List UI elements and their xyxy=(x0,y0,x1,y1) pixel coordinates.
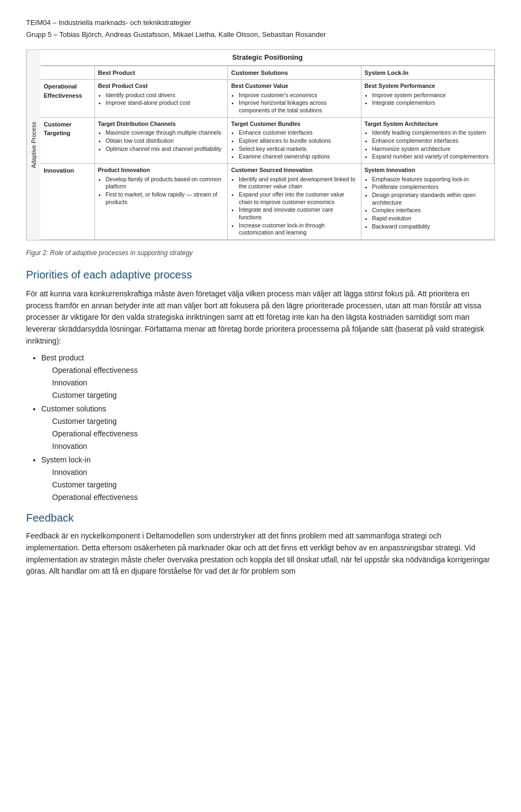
cell-inn-best: Product Innovation Develop family of pro… xyxy=(95,164,228,240)
cell-bullet: Increase customer lock-in through custom… xyxy=(239,222,358,237)
cell-bullet: Explore alliances to bundle solutions xyxy=(239,137,358,145)
table-title: Strategic Positioning xyxy=(41,50,495,66)
sub-list-best-product: Operational effectiveness Innovation Cus… xyxy=(52,365,495,401)
cell-bullet: Identify leading complementors in the sy… xyxy=(372,129,491,137)
priorities-heading: Priorities of each adaptive process xyxy=(26,267,495,283)
feedback-section: Feedback Feedback är en nyckelkomponent … xyxy=(26,510,495,578)
cell-title: Target Customer Bundles xyxy=(231,120,358,129)
sub-list-item: Innovation xyxy=(52,467,495,478)
cell-bullet: Integrate and innovate customer care fun… xyxy=(239,206,358,221)
cell-ct-system: Target System Architecture Identify lead… xyxy=(361,118,495,164)
cell-bullet: First to market, or follow rapidly — str… xyxy=(106,191,225,206)
row-header-innovation: Innovation xyxy=(41,164,95,240)
row-header-op-effectiveness: OperationalEffectiveness xyxy=(41,80,95,118)
list-item-label: System lock-in xyxy=(41,455,91,464)
col-header-best-product: Best Product xyxy=(95,66,228,80)
cell-bullet: Identify and exploit joint development l… xyxy=(239,176,358,191)
sub-list-item: Innovation xyxy=(52,377,495,389)
cell-bullet: Expand number and variety of complemento… xyxy=(372,153,491,161)
cell-bullet: Improve stand-alone product cost xyxy=(106,99,225,107)
list-item-label: Customer solutions xyxy=(41,404,106,413)
col-header-customer-solutions: Customer Solutions xyxy=(228,66,361,80)
list-item-customer-solutions: Customer solutions Customer targeting Op… xyxy=(41,403,495,452)
cell-op-best: Best Product Cost Identify product cost … xyxy=(95,80,228,118)
cell-bullet: Improve system performance xyxy=(372,92,491,99)
cell-title: Customer Sourced Innovation xyxy=(231,166,358,175)
col-header-empty xyxy=(41,66,95,80)
cell-bullet: Enhance customer interfaces xyxy=(239,129,358,137)
list-item-best-product: Best product Operational effectiveness I… xyxy=(41,352,495,401)
cell-inn-customer: Customer Sourced Innovation Identify and… xyxy=(228,164,361,240)
cell-title: Best System Performance xyxy=(365,82,491,91)
header-subtitle: Grupp 5 – Tobias Björch, Andreas Gustafs… xyxy=(26,29,495,40)
cell-op-system: Best System Performance Improve system p… xyxy=(361,80,495,118)
cell-bullet: Optimize channel mix and channel profita… xyxy=(106,145,225,153)
sub-list-item: Customer targeting xyxy=(52,479,495,491)
sub-list-item: Customer targeting xyxy=(52,416,495,427)
cell-ct-best: Target Distribution Channels Maximize co… xyxy=(95,118,228,164)
cell-bullet: Harmonize system architecture xyxy=(372,145,491,153)
strategic-table: Adaptive Process Strategic Positioning B… xyxy=(26,49,495,240)
cell-title: Target Distribution Channels xyxy=(98,120,225,129)
sub-list-item: Innovation xyxy=(52,441,495,452)
table-section: Adaptive Process Strategic Positioning B… xyxy=(26,49,495,240)
sub-list-item: Operational effectiveness xyxy=(52,428,495,440)
cell-bullet: Proliferate complementors xyxy=(372,183,492,191)
adaptive-process-label: Adaptive Process xyxy=(27,50,41,240)
cell-bullet: Complex interfaces xyxy=(372,207,492,214)
list-item-label: Best product xyxy=(41,353,84,362)
cell-bullet: Develop family of products based on comm… xyxy=(106,176,225,191)
cell-bullet: Integrate complementors xyxy=(372,99,491,107)
table-grid: Best Product Customer Solutions System L… xyxy=(41,66,495,240)
cell-bullet: Improve horizontal linkages across compo… xyxy=(239,99,358,114)
header: TEIM04 – Industriella marknads- och tekn… xyxy=(26,17,495,40)
priorities-list: Best product Operational effectiveness I… xyxy=(41,352,495,503)
cell-bullet: Obtain low cost distribution xyxy=(106,137,225,145)
cell-bullet: Expand your offer into the customer valu… xyxy=(239,191,358,206)
list-item-system-lockin: System lock-in Innovation Customer targe… xyxy=(41,454,495,503)
cell-title: Product Innovation xyxy=(98,166,225,175)
feedback-heading: Feedback xyxy=(26,510,495,526)
header-title: TEIM04 – Industriella marknads- och tekn… xyxy=(26,17,495,28)
priorities-paragraph1: För att kunna vara konkurrenskraftiga må… xyxy=(26,288,495,347)
row-header-customer-targeting: CustomerTargeting xyxy=(41,118,95,164)
table-inner: Strategic Positioning Best Product Custo… xyxy=(41,50,495,240)
cell-bullet: Select key vertical markets xyxy=(239,145,358,153)
cell-bullet: Backward compatibility xyxy=(372,223,492,231)
cell-bullet: Examine channel ownership options xyxy=(239,153,358,161)
fig-caption: Figur 2: Role of adaptive processes in s… xyxy=(26,248,495,258)
cell-title: Target System Architecture xyxy=(365,120,491,129)
cell-bullet: Design proprietary standards within open… xyxy=(372,192,492,206)
cell-bullet: Maximize coverage through multiple chann… xyxy=(106,129,225,137)
cell-title: Best Product Cost xyxy=(98,82,225,91)
cell-title: Best Customer Value xyxy=(231,82,358,91)
cell-ct-customer: Target Customer Bundles Enhance customer… xyxy=(228,118,361,164)
sub-list-item: Customer targeting xyxy=(52,390,495,401)
sub-list-item: Operational effectiveness xyxy=(52,365,495,376)
cell-bullet: Rapid evolution xyxy=(372,215,492,223)
cell-op-customer: Best Customer Value Improve customer's e… xyxy=(228,80,361,118)
cell-title: System Innovation xyxy=(365,166,492,175)
sub-list-customer-solutions: Customer targeting Operational effective… xyxy=(52,416,495,452)
cell-bullet: Enhance complementor interfaces xyxy=(372,137,491,145)
cell-bullet: Emphasize features supporting lock-in xyxy=(372,176,492,183)
priorities-section: Priorities of each adaptive process För … xyxy=(26,267,495,503)
feedback-paragraph1: Feedback är en nyckelkomponent i Deltamo… xyxy=(26,530,495,578)
cell-inn-system: System Innovation Emphasize features sup… xyxy=(361,164,495,240)
sub-list-system-lockin: Innovation Customer targeting Operationa… xyxy=(52,467,495,503)
cell-bullet: Identify product cost drivers xyxy=(106,92,225,99)
col-header-system-lockin: System Lock-In xyxy=(361,66,495,80)
cell-bullet: Improve customer's economics xyxy=(239,92,358,99)
sub-list-item: Operational effectiveness xyxy=(52,492,495,503)
